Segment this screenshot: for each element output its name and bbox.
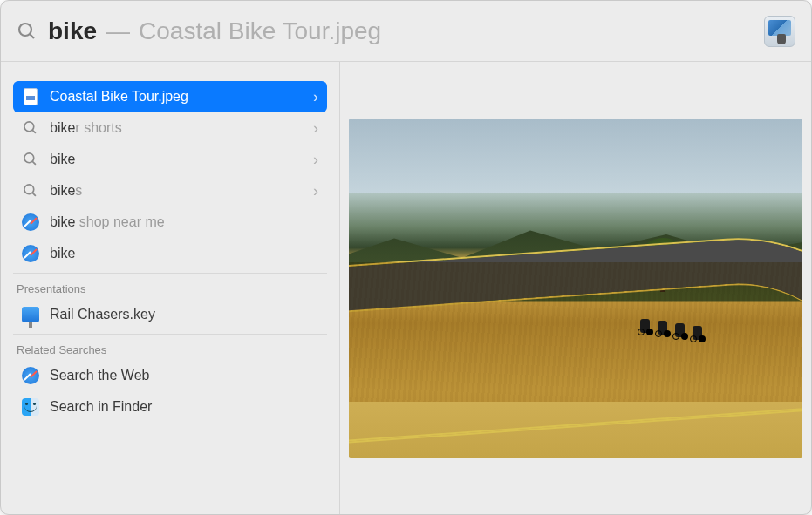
result-label: bike — [50, 152, 308, 167]
svg-line-1 — [30, 34, 34, 38]
result-suggestion[interactable]: biker shorts › — [13, 112, 327, 144]
result-presentation[interactable]: Rail Chasers.key — [13, 299, 327, 330]
result-search-finder[interactable]: Search in Finder — [13, 391, 327, 423]
search-icon — [22, 119, 39, 137]
search-completion: Coastal Bike Tour.jpeg — [139, 17, 381, 45]
finder-icon — [22, 398, 39, 416]
search-icon — [22, 151, 39, 168]
result-top-hit[interactable]: Coastal Bike Tour.jpeg › — [13, 81, 327, 112]
safari-icon — [22, 245, 39, 262]
search-field[interactable]: bike — Coastal Bike Tour.jpeg — [48, 17, 764, 45]
chevron-right-icon: › — [313, 119, 318, 138]
svg-line-3 — [32, 130, 36, 133]
file-icon — [22, 88, 39, 105]
result-label: bike — [50, 246, 318, 261]
result-label: Search the Web — [50, 368, 318, 383]
svg-line-5 — [32, 161, 36, 165]
content-body: Coastal Bike Tour.jpeg › biker shorts › … — [1, 62, 811, 514]
result-suggestion[interactable]: bike › — [13, 144, 327, 175]
chevron-right-icon: › — [313, 88, 318, 106]
result-web-suggestion[interactable]: bike — [13, 238, 327, 269]
results-sidebar: Coastal Bike Tour.jpeg › biker shorts › … — [1, 62, 340, 514]
search-separator: — — [106, 17, 130, 45]
svg-line-7 — [32, 193, 36, 196]
result-label: bikes — [50, 183, 308, 199]
safari-icon — [22, 213, 39, 231]
chevron-right-icon: › — [313, 182, 318, 200]
result-label: Rail Chasers.key — [50, 307, 318, 322]
search-icon — [22, 182, 39, 200]
result-label: Search in Finder — [50, 399, 318, 415]
spotlight-window: bike — Coastal Bike Tour.jpeg Coastal Bi… — [0, 0, 812, 515]
search-query: bike — [48, 17, 97, 45]
keynote-icon — [22, 306, 39, 323]
result-label: Coastal Bike Tour.jpeg — [50, 89, 308, 105]
result-label: biker shorts — [50, 120, 308, 136]
result-label: bike shop near me — [50, 214, 318, 230]
search-icon — [17, 21, 38, 42]
safari-icon — [22, 367, 39, 384]
preview-app-icon — [764, 16, 795, 47]
preview-pane — [340, 62, 811, 514]
section-header-related: Related Searches — [13, 334, 327, 360]
result-web-suggestion[interactable]: bike shop near me — [13, 207, 327, 238]
svg-point-0 — [19, 24, 31, 36]
search-header: bike — Coastal Bike Tour.jpeg — [1, 1, 811, 62]
result-search-web[interactable]: Search the Web — [13, 360, 327, 391]
section-header-presentations: Presentations — [13, 273, 327, 299]
result-suggestion[interactable]: bikes › — [13, 175, 327, 207]
preview-image — [349, 119, 802, 458]
chevron-right-icon: › — [313, 151, 318, 169]
